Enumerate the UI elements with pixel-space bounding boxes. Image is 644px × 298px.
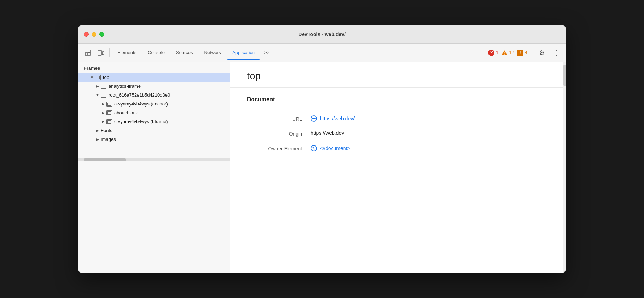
vertical-scrollbar[interactable]	[563, 62, 566, 273]
sidebar-item-label-anchor: a-vynmy4vb4wys (anchor)	[114, 101, 168, 107]
tab-network[interactable]: Network	[199, 48, 226, 57]
circle-arrow-icon: ↻	[311, 145, 317, 151]
sidebar-item-label-top: top	[103, 75, 109, 80]
svg-rect-3	[88, 53, 90, 55]
svg-rect-1	[88, 50, 90, 52]
maximize-button[interactable]	[99, 32, 104, 37]
error-badge[interactable]: ✕ 1	[488, 50, 498, 56]
url-link[interactable]: https://web.dev/	[320, 116, 355, 121]
close-button[interactable]	[84, 32, 89, 37]
frame-icon-top	[95, 75, 101, 80]
info-count: 4	[525, 50, 527, 55]
sidebar-item-label-analytics: analytics-iframe	[109, 84, 141, 89]
warning-icon: !	[501, 50, 508, 56]
sidebar-item-label-images: Images	[101, 137, 116, 142]
doc-row-owner-element: Owner Element ↻ <#document>	[247, 141, 546, 156]
arrow-right-icon-images	[95, 137, 100, 142]
scrollbar-thumb[interactable]	[84, 158, 126, 161]
warning-count: 17	[509, 50, 514, 55]
tab-elements[interactable]: Elements	[112, 48, 141, 57]
document-table: URL https://web.dev/ Origin https://web.…	[247, 111, 546, 156]
doc-label-url: URL	[247, 115, 311, 122]
arrow-right-icon	[95, 84, 100, 89]
arrow-right-icon-fonts	[95, 128, 100, 133]
main-panel: top Document URL https://web.dev/	[230, 62, 563, 273]
sidebar-item-label-bframe: c-vynmy4vb4wys (bframe)	[114, 119, 168, 124]
sidebar-item-bframe[interactable]: c-vynmy4vb4wys (bframe)	[78, 117, 230, 126]
arrow-right-icon-blank	[101, 110, 106, 115]
panel-document-section: Document URL https://web.dev/ Origin	[230, 88, 563, 164]
frame-icon-anchor	[106, 102, 112, 107]
doc-value-url: https://web.dev/	[311, 115, 355, 122]
doc-label-owner: Owner Element	[247, 145, 311, 151]
panel-title: top	[247, 70, 552, 82]
globe-icon	[311, 115, 317, 122]
inspect-element-icon[interactable]	[82, 47, 94, 58]
sidebar-item-fonts[interactable]: Fonts	[78, 126, 230, 135]
warning-badge[interactable]: ! 17	[501, 50, 514, 56]
tab-sources[interactable]: Sources	[171, 48, 198, 57]
sidebar: Frames top analytics-iframe root_616a752…	[78, 62, 230, 273]
doc-value-origin: https://web.dev	[311, 130, 344, 136]
sidebar-item-images[interactable]: Images	[78, 135, 230, 144]
frame-icon-blank	[106, 110, 112, 115]
toolbar-separator-2	[532, 48, 532, 57]
panel-title-row: top	[230, 62, 563, 88]
arrow-right-icon-anchor	[101, 102, 106, 107]
minimize-button[interactable]	[92, 32, 96, 37]
sidebar-item-root-frame[interactable]: root_616a752e1b5d4210d3e0	[78, 91, 230, 99]
tab-console[interactable]: Console	[143, 48, 170, 57]
more-tabs-button[interactable]: >>	[261, 48, 272, 57]
frame-icon-analytics	[101, 84, 106, 89]
main-content: Frames top analytics-iframe root_616a752…	[78, 62, 566, 273]
svg-text:!: !	[504, 51, 505, 55]
device-toggle-icon[interactable]	[95, 47, 106, 58]
scrollbar-thumb-right[interactable]	[563, 65, 566, 86]
error-icon: ✕	[488, 50, 494, 56]
sidebar-item-anchor[interactable]: a-vynmy4vb4wys (anchor)	[78, 99, 230, 108]
error-count: 1	[496, 50, 498, 55]
svg-rect-2	[85, 53, 88, 55]
settings-button[interactable]: ⚙	[536, 47, 548, 58]
sidebar-item-analytics-iframe[interactable]: analytics-iframe	[78, 82, 230, 91]
document-section-heading: Document	[247, 96, 546, 103]
sidebar-item-top[interactable]: top	[78, 73, 230, 82]
frame-icon-root	[101, 93, 106, 98]
arrow-right-icon-bframe	[101, 119, 106, 124]
svg-rect-4	[98, 50, 101, 55]
kebab-icon: ⋮	[553, 49, 559, 57]
arrow-down-icon	[89, 75, 94, 80]
sidebar-section-frames: Frames	[78, 62, 230, 73]
horizontal-scrollbar[interactable]	[78, 158, 230, 161]
toolbar-separator	[109, 48, 110, 57]
frame-icon-bframe	[106, 119, 112, 124]
doc-value-owner: ↻ <#document>	[311, 145, 350, 151]
sidebar-item-label-blank: about:blank	[114, 110, 138, 115]
svg-rect-0	[85, 50, 88, 52]
gear-icon: ⚙	[539, 49, 545, 57]
info-icon: !	[517, 50, 523, 56]
traffic-lights	[84, 32, 104, 37]
more-options-button[interactable]: ⋮	[550, 47, 562, 58]
origin-value: https://web.dev	[311, 130, 344, 136]
svg-rect-5	[102, 52, 104, 55]
toolbar-right: ✕ 1 ! 17 ! 4 ⚙ ⋮	[488, 47, 562, 58]
devtools-window: DevTools - web.dev/ Elements Console Sou…	[78, 25, 566, 273]
owner-link[interactable]: <#document>	[320, 145, 350, 151]
toolbar: Elements Console Sources Network Applica…	[78, 44, 566, 62]
window-title: DevTools - web.dev/	[298, 31, 346, 37]
titlebar: DevTools - web.dev/	[78, 25, 566, 44]
arrow-down-icon-root	[95, 93, 100, 98]
sidebar-item-label-fonts: Fonts	[101, 128, 112, 133]
tab-application[interactable]: Application	[227, 48, 260, 57]
doc-label-origin: Origin	[247, 130, 311, 137]
sidebar-item-label-root: root_616a752e1b5d4210d3e0	[109, 92, 170, 98]
sidebar-item-about-blank[interactable]: about:blank	[78, 108, 230, 117]
info-badge[interactable]: ! 4	[517, 50, 527, 56]
doc-row-url: URL https://web.dev/	[247, 111, 546, 126]
doc-row-origin: Origin https://web.dev	[247, 126, 546, 141]
